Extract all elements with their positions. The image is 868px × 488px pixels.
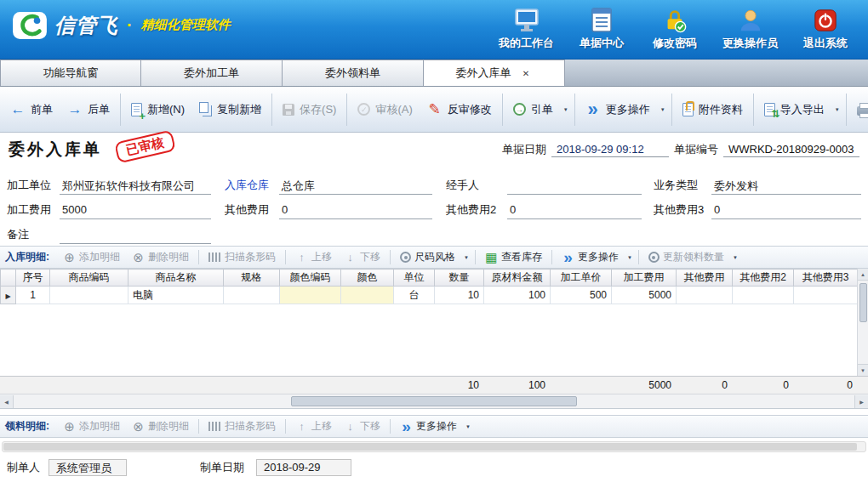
other-fee3-field[interactable]: 0 [711, 203, 861, 219]
vertical-scrollbar[interactable] [857, 269, 868, 376]
cell-seq[interactable]: 1 [16, 287, 50, 304]
material-move-up-button[interactable]: 上移 [290, 417, 337, 436]
column-header[interactable]: 数量 [435, 270, 484, 287]
cell-processing-fee[interactable]: 5000 [612, 287, 677, 304]
material-add-detail-button[interactable]: 添加明细 [58, 417, 125, 436]
button-label: 查看库存 [501, 250, 542, 264]
switch-operator-button[interactable]: 更换操作员 [722, 8, 778, 51]
document-center-button[interactable]: 单据中心 [576, 8, 627, 51]
column-header[interactable]: 颜色 [341, 270, 394, 287]
view-stock-button[interactable]: 查看库存 [480, 248, 547, 267]
size-style-button[interactable]: 尺码风格 [395, 248, 460, 267]
warehouse-field[interactable]: 总仓库 [279, 179, 432, 195]
column-header[interactable]: 加工单价 [551, 270, 612, 287]
tab-outsourcing-material-order[interactable]: 委外领料单 [283, 60, 424, 86]
doc-number-field[interactable]: WWRKD-20180929-0003 [723, 143, 859, 157]
other-fee-field[interactable]: 0 [279, 203, 432, 219]
material-more-dropdown-arrow[interactable] [464, 417, 472, 436]
cell-spec[interactable] [224, 287, 280, 304]
column-header[interactable]: 单位 [394, 270, 435, 287]
cell-product-code[interactable] [50, 287, 128, 304]
cell-processing-price[interactable]: 500 [551, 287, 612, 304]
scroll-up-icon[interactable] [858, 269, 868, 281]
new-button[interactable]: 新增(N) [124, 92, 191, 128]
column-header[interactable]: 商品名称 [128, 270, 224, 287]
horizontal-scroll-track[interactable] [14, 395, 854, 408]
move-up-button[interactable]: 上移 [290, 248, 337, 267]
column-header[interactable]: 序号 [16, 270, 50, 287]
column-header[interactable]: 规格 [224, 270, 280, 287]
processing-fee-field[interactable]: 5000 [60, 203, 211, 219]
cell-color[interactable] [341, 287, 394, 304]
add-detail-button[interactable]: 添加明细 [58, 248, 125, 267]
remarks-field[interactable] [60, 228, 211, 244]
cell-color-code[interactable] [280, 287, 341, 304]
more-operations-button[interactable]: 更多操作 [579, 92, 657, 128]
scroll-left-icon[interactable] [0, 395, 14, 408]
horizontal-scrollbar[interactable] [0, 394, 868, 408]
delete-detail-button[interactable]: 删除明细 [127, 248, 194, 267]
horizontal-scroll-thumb[interactable] [291, 396, 577, 406]
audit-button[interactable]: 审核(A) [351, 92, 419, 128]
logo-title: 信管飞 [54, 12, 118, 39]
save-button[interactable]: 保存(S) [276, 92, 343, 128]
cell-quantity[interactable]: 10 [435, 287, 484, 304]
tab-outsourcing-process-order[interactable]: 委外加工单 [141, 60, 283, 86]
import-export-dropdown-arrow[interactable] [832, 92, 842, 128]
toolbar-separator [671, 94, 672, 126]
tab-function-nav[interactable]: 功能导航窗 [0, 60, 141, 86]
material-more-operations-button[interactable]: 更多操作 [395, 417, 462, 436]
material-delete-detail-button[interactable]: 删除明细 [127, 417, 194, 436]
processing-unit-field[interactable]: 郑州亚拓软件科技有限公司 [60, 179, 211, 195]
import-export-button[interactable]: 导入导出 [757, 92, 831, 128]
button-label: 导入导出 [780, 102, 825, 117]
detail-more-dropdown-arrow[interactable] [625, 248, 634, 267]
exit-system-button[interactable]: 退出系统 [800, 8, 851, 51]
tab-outsourcing-inbound-order[interactable]: 委外入库单 [424, 60, 565, 86]
next-doc-button[interactable]: 后单 [60, 92, 117, 128]
more-operations-dropdown-arrow[interactable] [658, 92, 668, 128]
inbound-detail-toolbar: 入库明细: 添加明细 删除明细 扫描条形码 上移 下移 尺码风格 查看库存 更多… [0, 246, 868, 269]
column-header[interactable]: 颜色编码 [280, 270, 341, 287]
unaudit-button[interactable]: 反审修改 [420, 92, 499, 128]
prev-doc-button[interactable]: 前单 [3, 92, 60, 128]
workbench-button[interactable]: 我的工作台 [499, 8, 554, 51]
copy-new-button[interactable]: 复制新增 [192, 92, 268, 128]
column-header[interactable]: 其他费用 [677, 270, 733, 287]
column-header[interactable]: 加工费用 [612, 270, 677, 287]
update-material-qty-dropdown-arrow[interactable] [731, 248, 740, 267]
vertical-scroll-thumb[interactable] [859, 283, 867, 322]
other-fee2-field[interactable]: 0 [507, 203, 642, 219]
material-move-down-button[interactable]: 下移 [339, 417, 385, 436]
doc-date-field[interactable]: 2018-09-29 09:12 [551, 143, 669, 157]
handler-field[interactable] [507, 179, 642, 195]
detail-more-operations-button[interactable]: 更多操作 [557, 248, 624, 267]
cell-other-fee2[interactable] [733, 287, 794, 304]
cell-product-name[interactable]: 电脑 [128, 287, 224, 304]
cell-other-fee[interactable] [677, 287, 733, 304]
material-scan-barcode-button[interactable]: 扫描条形码 [203, 417, 281, 436]
scroll-right-icon[interactable] [854, 395, 868, 408]
column-header[interactable]: 其他费用3 [794, 270, 858, 287]
material-grid-scrollbar[interactable] [2, 441, 866, 452]
print-button[interactable]: 打印 [850, 92, 868, 128]
cell-raw-material-amount[interactable]: 100 [484, 287, 551, 304]
column-header[interactable]: 商品编码 [50, 270, 128, 287]
update-material-qty-button[interactable]: 更新领料数量 [643, 248, 729, 267]
pull-order-button[interactable]: 引单 [506, 92, 560, 128]
material-scroll-thumb[interactable] [3, 443, 857, 451]
column-header[interactable]: 原材料金额 [484, 270, 551, 287]
move-down-button[interactable]: 下移 [339, 248, 385, 267]
column-header[interactable]: 其他费用2 [733, 270, 794, 287]
scan-barcode-button[interactable]: 扫描条形码 [203, 248, 281, 267]
tab-close-icon[interactable] [520, 67, 533, 80]
row-selector[interactable] [1, 287, 16, 304]
size-style-dropdown-arrow[interactable] [462, 248, 471, 267]
cell-other-fee3[interactable] [794, 287, 858, 304]
change-password-button[interactable]: 修改密码 [649, 8, 700, 51]
attachments-button[interactable]: 附件资料 [676, 92, 750, 128]
scroll-down-icon[interactable] [858, 364, 868, 376]
cell-unit[interactable]: 台 [394, 287, 435, 304]
pull-order-dropdown-arrow[interactable] [561, 92, 571, 128]
business-type-field[interactable]: 委外发料 [711, 179, 861, 195]
